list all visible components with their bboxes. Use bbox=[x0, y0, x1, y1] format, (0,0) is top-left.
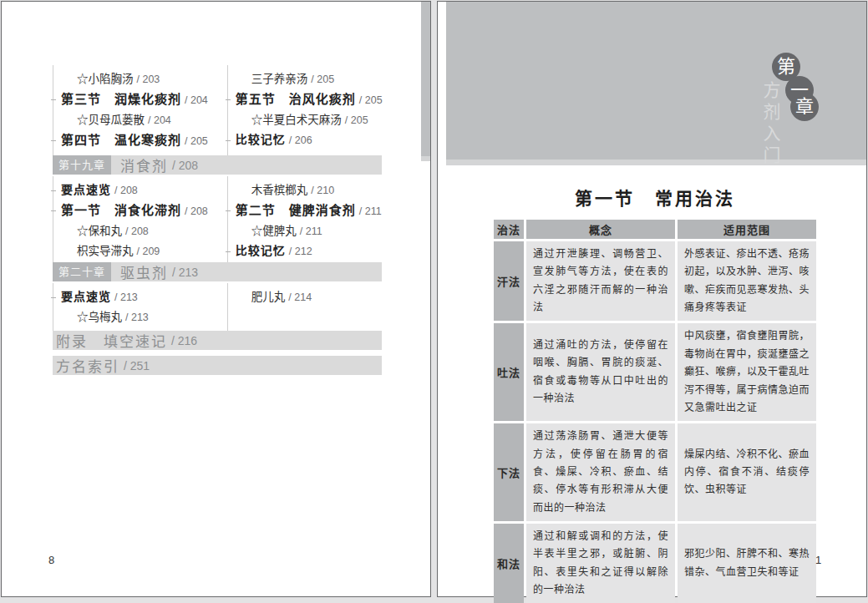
toc-entry: 第五节 治风化痰剂/ 205 bbox=[228, 89, 382, 110]
toc-entry-title: 第四节 温化寒痰剂 bbox=[61, 134, 181, 147]
chapter-number-badge: 第十九章 bbox=[53, 155, 111, 175]
index-page: / 251 bbox=[124, 359, 150, 372]
toc-entry-title: 第一节 消食化滞剂 bbox=[61, 204, 181, 217]
toc-entry: 第一节 消食化滞剂/ 208 bbox=[53, 200, 227, 221]
toc-entry-title: 第二节 健脾消食剂 bbox=[236, 204, 356, 217]
toc-entry: 第二节 健脾消食剂/ 211 bbox=[228, 200, 382, 221]
concept-cell: 通过和解或调和的方法，使半表半里之邪，或脏腑、阴阳、表里失和之证得以解除的一种治… bbox=[526, 524, 675, 603]
method-cell: 和法 bbox=[494, 524, 524, 603]
toc-entry: 第四节 温化寒痰剂/ 205 bbox=[53, 130, 227, 151]
toc-block-ch19: 要点速览/ 208 第一节 消食化滞剂/ 208 ☆保和丸/ 208 枳实导滞丸… bbox=[53, 176, 382, 266]
toc-entry-page: / 211 bbox=[359, 205, 382, 217]
toc-entry-page: / 208 bbox=[185, 205, 208, 217]
toc-entry-page: / 206 bbox=[289, 134, 312, 146]
toc-entry: 三子养亲汤/ 205 bbox=[228, 69, 382, 89]
toc-entry-page: / 213 bbox=[114, 291, 138, 303]
appendix-bar: 附录 填空速记 / 216 bbox=[53, 331, 382, 350]
toc-entry-title: 要点速览 bbox=[61, 291, 111, 303]
treatment-methods-table: 治法 概念 适用范围 汗法 通过开泄腠理、调畅营卫、宣发肺气等方法，使在表的六淫… bbox=[491, 217, 819, 603]
col-header-scope: 适用范围 bbox=[678, 220, 816, 239]
chapter-banner-edge bbox=[446, 160, 866, 165]
table-row: 下法 通过荡涤肠胃、通泄大便等方法，使停留在肠胃的宿食、燥屎、冷积、瘀血、结痰、… bbox=[494, 423, 816, 521]
chapter-subtitle-vertical: 方剂入门 bbox=[758, 81, 783, 168]
index-title: 方名索引 bbox=[56, 355, 119, 376]
toc-entry-title: ☆小陷胸汤 bbox=[77, 73, 134, 85]
table-header-row: 治法 概念 适用范围 bbox=[494, 220, 816, 239]
toc-column-right: 木香槟榔丸/ 210 第二节 健脾消食剂/ 211 ☆健脾丸/ 211 比较记忆… bbox=[227, 176, 382, 266]
method-cell: 汗法 bbox=[494, 241, 524, 321]
toc-entry: ☆半夏白术天麻汤/ 205 bbox=[228, 110, 382, 130]
concept-cell: 通过涌吐的方法，使停留在咽喉、胸膈、胃脘的痰涎、宿食或毒物等从口中吐出的一种治法 bbox=[526, 323, 675, 421]
concept-cell: 通过荡涤肠胃、通泄大便等方法，使停留在肠胃的宿食、燥屎、冷积、瘀血、结痰、停水等… bbox=[526, 423, 675, 521]
section-title: 第一节 常用治法 bbox=[491, 185, 819, 210]
toc-entry-title: 枳实导滞丸 bbox=[77, 245, 134, 257]
col-header-method: 治法 bbox=[494, 220, 524, 239]
appendix-page: / 216 bbox=[171, 334, 197, 347]
col-header-concept: 概念 bbox=[526, 220, 675, 239]
toc-entry: ☆贝母瓜蒌散/ 204 bbox=[53, 110, 227, 130]
toc-column-right: 肥儿丸/ 214 bbox=[227, 283, 382, 332]
toc-entry: 枳实导滞丸/ 209 bbox=[53, 241, 227, 261]
toc-entry-page: / 214 bbox=[288, 291, 312, 303]
toc-entry: 比较记忆/ 212 bbox=[228, 241, 382, 261]
toc-entry-page: / 208 bbox=[114, 185, 138, 196]
toc-entry-page: / 204 bbox=[148, 114, 171, 126]
page-number-right: 1 bbox=[815, 554, 821, 566]
banner-bleed-edge bbox=[421, 156, 430, 161]
toc-entry-title: 要点速览 bbox=[61, 184, 111, 196]
toc-entry: 要点速览/ 213 bbox=[53, 287, 227, 307]
toc-entry-title: 肥儿丸 bbox=[251, 291, 286, 303]
chapter-page: / 213 bbox=[172, 266, 198, 279]
toc-block-ch20: 要点速览/ 213 ☆乌梅丸/ 213 肥儿丸/ 214 bbox=[53, 283, 382, 332]
toc-column-left: ☆小陷胸汤/ 203 第三节 润燥化痰剂/ 204 ☆贝母瓜蒌散/ 204 第四… bbox=[53, 65, 227, 156]
toc-entry-page: / 209 bbox=[137, 246, 160, 257]
toc-entry-title: 三子养亲汤 bbox=[251, 73, 308, 85]
toc-entry-title: 比较记忆 bbox=[236, 245, 286, 257]
toc-entry: 第三节 润燥化痰剂/ 204 bbox=[53, 89, 227, 110]
toc-entry: 比较记忆/ 206 bbox=[228, 130, 382, 150]
toc-column-left: 要点速览/ 208 第一节 消食化滞剂/ 208 ☆保和丸/ 208 枳实导滞丸… bbox=[53, 176, 227, 266]
toc-column-right: 三子养亲汤/ 205 第五节 治风化痰剂/ 205 ☆半夏白术天麻汤/ 205 … bbox=[227, 65, 382, 156]
banner-bleed-strip bbox=[421, 2, 430, 156]
toc-entry-page: / 208 bbox=[125, 225, 149, 237]
toc-entry: 木香槟榔丸/ 210 bbox=[228, 180, 382, 200]
toc-page: ☆小陷胸汤/ 203 第三节 润燥化痰剂/ 204 ☆贝母瓜蒌散/ 204 第四… bbox=[1, 1, 431, 597]
toc-entry-page: / 205 bbox=[185, 135, 208, 147]
toc-entry: ☆健脾丸/ 211 bbox=[228, 221, 382, 241]
toc-entry-page: / 210 bbox=[311, 185, 334, 196]
toc-entry: 肥儿丸/ 214 bbox=[228, 287, 382, 307]
toc-entry-title: ☆半夏白术天麻汤 bbox=[251, 114, 342, 126]
toc-entry: 要点速览/ 208 bbox=[53, 180, 227, 200]
toc-entry-title: 第五节 治风化痰剂 bbox=[236, 93, 356, 106]
toc-entry-page: / 204 bbox=[185, 94, 208, 106]
chapter-title: 消食剂 bbox=[120, 155, 168, 175]
scope-cell: 邪犯少阳、肝脾不和、寒热错杂、气血营卫失和等证 bbox=[678, 524, 816, 603]
toc-entry-page: / 211 bbox=[300, 225, 322, 237]
toc-entry-title: ☆乌梅丸 bbox=[77, 311, 122, 323]
toc-entry-page: / 205 bbox=[311, 73, 334, 85]
toc-entry-page: / 203 bbox=[137, 73, 160, 85]
chapter-bar-20: 第二十章 驱虫剂 / 213 bbox=[53, 262, 382, 281]
concept-cell: 通过开泄腠理、调畅营卫、宣发肺气等方法，使在表的六淫之邪随汗而解的一种治法 bbox=[526, 241, 675, 321]
toc-column-left: 要点速览/ 213 ☆乌梅丸/ 213 bbox=[53, 283, 227, 332]
toc-entry: ☆乌梅丸/ 213 bbox=[53, 307, 227, 327]
toc-entry-page: / 205 bbox=[345, 114, 368, 126]
toc-entry-page: / 205 bbox=[359, 94, 383, 106]
toc-entry-title: 比较记忆 bbox=[236, 134, 286, 146]
table-row: 汗法 通过开泄腠理、调畅营卫、宣发肺气等方法，使在表的六淫之邪随汗而解的一种治法… bbox=[494, 241, 816, 321]
index-bar: 方名索引 / 251 bbox=[53, 356, 382, 375]
page-number-left: 8 bbox=[48, 554, 54, 566]
chapter-title: 驱虫剂 bbox=[120, 261, 168, 282]
method-cell: 下法 bbox=[494, 423, 524, 521]
toc-block-ch18: ☆小陷胸汤/ 203 第三节 润燥化痰剂/ 204 ☆贝母瓜蒌散/ 204 第四… bbox=[53, 65, 382, 156]
toc-entry: ☆小陷胸汤/ 203 bbox=[53, 69, 227, 89]
chapter-opener-page: 方剂入门 第 一 章 第一节 常用治法 治法 概念 适用范围 汗法 通过开泄腠理… bbox=[437, 1, 867, 597]
method-cell: 吐法 bbox=[494, 323, 524, 421]
toc-entry-title: 第三节 润燥化痰剂 bbox=[61, 93, 181, 106]
chapter-bar-19: 第十九章 消食剂 / 208 bbox=[53, 155, 382, 175]
chapter-number-badge: 第二十章 bbox=[53, 262, 111, 281]
toc-entry-title: 木香槟榔丸 bbox=[251, 184, 308, 196]
scope-cell: 燥屎内结、冷积不化、瘀血内停、宿食不消、结痰停饮、虫积等证 bbox=[678, 423, 816, 521]
chapter-page: / 208 bbox=[172, 159, 198, 172]
toc-entry-title: ☆健脾丸 bbox=[251, 225, 297, 237]
